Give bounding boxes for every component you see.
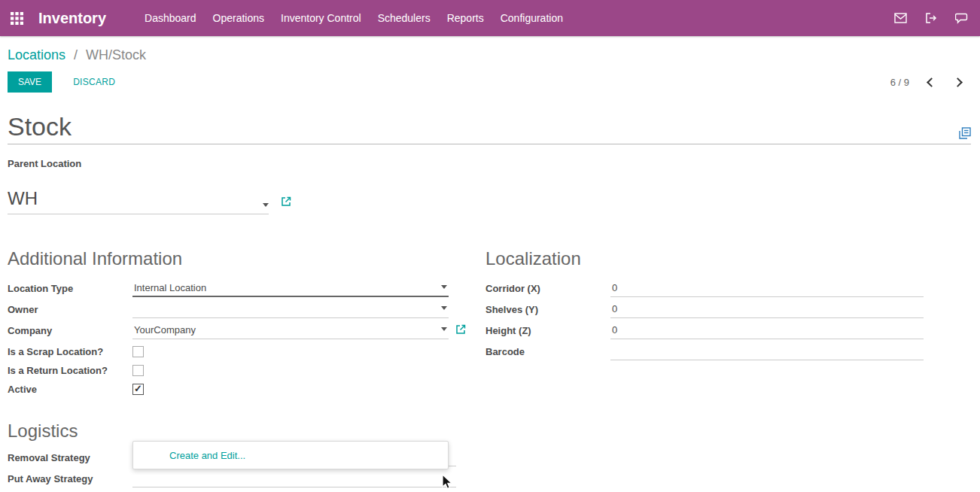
pager-previous-icon[interactable]	[926, 77, 937, 88]
topbar-icons	[894, 12, 969, 24]
logout-icon[interactable]	[925, 12, 937, 24]
parent-location-block: Parent Location WH	[8, 158, 971, 214]
top-navbar: Inventory Dashboard Operations Inventory…	[0, 0, 980, 36]
discard-button[interactable]: DISCARD	[73, 77, 115, 87]
autocomplete-dropdown: Create and Edit...	[132, 441, 449, 469]
menu-inventory-control[interactable]: Inventory Control	[272, 7, 370, 29]
record-pager: 6 / 9	[890, 77, 963, 88]
parent-location-value: WH	[8, 189, 258, 208]
height-z-label: Height (Z)	[485, 325, 610, 336]
is-return-location-checkbox[interactable]	[132, 365, 144, 376]
shelves-y-value: 0	[612, 303, 922, 314]
company-label: Company	[8, 325, 132, 336]
active-checkbox[interactable]	[132, 384, 144, 395]
height-z-input[interactable]: 0	[610, 321, 924, 339]
localization-section: Localization Corridor (X) 0 Shelves (Y) …	[485, 248, 924, 399]
dropdown-caret-icon[interactable]	[441, 327, 447, 331]
barcode-label: Barcode	[485, 346, 610, 357]
active-label: Active	[8, 384, 132, 395]
apps-menu-icon[interactable]	[11, 12, 23, 25]
logistics-heading: Logistics	[8, 420, 456, 442]
dropdown-caret-icon[interactable]	[441, 285, 447, 289]
parent-location-label: Parent Location	[8, 158, 971, 169]
breadcrumb-locations-link[interactable]: Locations	[8, 47, 65, 62]
menu-operations[interactable]: Operations	[205, 7, 272, 29]
breadcrumb-current: WH/Stock	[86, 47, 146, 62]
put-away-strategy-select[interactable]	[132, 469, 456, 487]
menu-schedulers[interactable]: Schedulers	[370, 7, 439, 29]
breadcrumb: Locations / WH/Stock	[8, 47, 963, 63]
put-away-strategy-label: Put Away Strategy	[8, 473, 132, 484]
form-columns: Additional Information Location Type Int…	[8, 248, 971, 399]
owner-label: Owner	[8, 304, 132, 315]
menu-configuration[interactable]: Configuration	[492, 7, 571, 29]
is-return-location-label: Is a Return Location?	[8, 365, 132, 376]
control-panel-actions: SAVE DISCARD 6 / 9	[8, 71, 963, 93]
company-external-link-icon[interactable]	[455, 324, 466, 335]
is-return-location-row: Is a Return Location?	[8, 361, 449, 380]
messages-icon[interactable]	[894, 13, 907, 23]
translate-icon[interactable]	[959, 127, 971, 139]
company-value: YourCompany	[134, 324, 437, 336]
corridor-x-row: Corridor (X) 0	[485, 279, 924, 297]
is-scrap-location-checkbox[interactable]	[132, 346, 144, 357]
parent-location-external-link-icon[interactable]	[281, 196, 291, 207]
owner-row: Owner	[8, 300, 449, 318]
shelves-y-label: Shelves (Y)	[485, 304, 610, 315]
save-button[interactable]: SAVE	[8, 71, 52, 93]
additional-information-heading: Additional Information	[8, 248, 449, 270]
put-away-strategy-row: Put Away Strategy	[8, 469, 456, 487]
logistics-section: Logistics Removal Strategy Put Away Stra…	[8, 420, 456, 487]
form-sheet: Stock Parent Location WH Addit	[0, 93, 980, 487]
is-scrap-location-label: Is a Scrap Location?	[8, 346, 132, 357]
chat-icon[interactable]	[955, 13, 968, 24]
shelves-y-row: Shelves (Y) 0	[485, 300, 924, 318]
corridor-x-label: Corridor (X)	[485, 283, 610, 294]
owner-select[interactable]	[132, 300, 449, 318]
corridor-x-value: 0	[612, 282, 922, 293]
location-type-value: Internal Location	[134, 282, 437, 293]
dropdown-caret-icon[interactable]	[441, 306, 447, 310]
is-scrap-location-row: Is a Scrap Location?	[8, 342, 449, 361]
record-title-field[interactable]: Stock	[8, 112, 959, 141]
dropdown-caret-icon[interactable]	[263, 203, 269, 207]
menu-reports[interactable]: Reports	[439, 7, 492, 29]
barcode-input[interactable]	[610, 342, 924, 360]
location-type-label: Location Type	[8, 283, 132, 294]
top-menu: Dashboard Operations Inventory Control S…	[136, 7, 894, 29]
location-type-select[interactable]: Internal Location	[132, 279, 449, 297]
record-title-row: Stock	[8, 112, 971, 144]
additional-information-section: Additional Information Location Type Int…	[8, 248, 449, 399]
parent-location-select[interactable]: WH	[8, 189, 269, 214]
create-and-edit-option[interactable]: Create and Edit...	[133, 450, 245, 461]
location-type-row: Location Type Internal Location	[8, 279, 449, 297]
pager-next-icon[interactable]	[952, 77, 963, 88]
menu-dashboard[interactable]: Dashboard	[136, 7, 205, 29]
pager-count: 6 / 9	[890, 77, 909, 88]
shelves-y-input[interactable]: 0	[610, 300, 924, 318]
company-row: Company YourCompany	[8, 321, 449, 339]
height-z-value: 0	[612, 324, 922, 336]
breadcrumb-separator: /	[74, 47, 78, 62]
active-row: Active	[8, 380, 449, 399]
company-select[interactable]: YourCompany	[132, 321, 449, 339]
removal-strategy-label: Removal Strategy	[8, 452, 132, 463]
corridor-x-input[interactable]: 0	[610, 279, 924, 297]
localization-heading: Localization	[485, 248, 924, 270]
barcode-row: Barcode	[485, 342, 924, 360]
app-title[interactable]: Inventory	[38, 10, 106, 27]
control-panel: Locations / WH/Stock SAVE DISCARD 6 / 9	[0, 36, 980, 93]
height-z-row: Height (Z) 0	[485, 321, 924, 339]
